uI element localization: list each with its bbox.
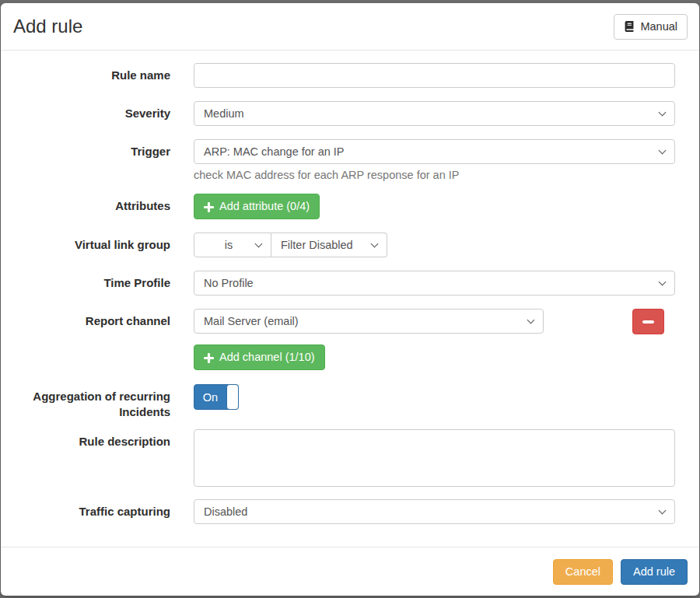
plus-icon <box>204 201 214 212</box>
minus-icon <box>642 320 654 323</box>
add-channel-button-label: Add channel (1/10) <box>219 350 315 365</box>
rule-description-label: Rule description <box>13 429 194 449</box>
page-title: Add rule <box>13 13 82 40</box>
virtual-link-group-label: Virtual link group <box>13 233 194 253</box>
add-attribute-button-label: Add attribute (0/4) <box>219 199 310 214</box>
virtual-link-group-controls: is Filter Disabled <box>194 233 675 257</box>
report-channel-select[interactable]: Mail Server (email) <box>194 309 544 334</box>
trigger-row: Trigger ARP: MAC change for an IP check … <box>13 139 675 183</box>
virtual-link-operator-value: is <box>225 239 233 251</box>
chevron-down-icon <box>659 278 665 285</box>
chevron-down-icon <box>659 507 665 513</box>
report-channel-line: Mail Server (email) <box>194 309 675 334</box>
attributes-row: Attributes Add attribute (0/4) <box>13 194 675 219</box>
traffic-capturing-label: Traffic capturing <box>13 499 194 519</box>
book-icon <box>624 21 635 32</box>
rule-name-label: Rule name <box>13 63 194 83</box>
chevron-down-icon <box>527 316 534 323</box>
time-profile-select[interactable]: No Profile <box>194 271 675 296</box>
virtual-link-operator-select[interactable]: is <box>194 233 271 257</box>
add-attribute-button[interactable]: Add attribute (0/4) <box>194 194 320 219</box>
toggle-knob <box>226 384 239 410</box>
traffic-capturing-selected-value: Disabled <box>204 505 247 518</box>
trigger-help-text: check MAC address for each ARP response … <box>194 168 675 183</box>
aggregation-label: Aggregation of recurring Incidents <box>13 384 194 420</box>
rule-name-input[interactable] <box>194 63 675 88</box>
severity-row: Severity Medium <box>13 101 675 126</box>
aggregation-toggle-state: On <box>194 385 226 409</box>
chevron-down-icon <box>255 240 261 247</box>
attributes-label: Attributes <box>13 194 194 214</box>
aggregation-row: Aggregation of recurring Incidents On <box>13 384 675 420</box>
trigger-selected-value: ARP: MAC change for an IP <box>204 145 345 158</box>
manual-button[interactable]: Manual <box>614 14 688 40</box>
add-rule-dialog: Add rule Manual Rule name Severity <box>1 3 699 596</box>
manual-button-label: Manual <box>640 19 677 34</box>
add-rule-button[interactable]: Add rule <box>621 559 688 585</box>
severity-label: Severity <box>13 101 194 121</box>
trigger-select[interactable]: ARP: MAC change for an IP <box>194 139 675 164</box>
time-profile-selected-value: No Profile <box>204 277 254 289</box>
traffic-capturing-row: Traffic capturing Disabled <box>13 499 675 524</box>
rule-description-textarea[interactable] <box>194 429 675 487</box>
time-profile-label: Time Profile <box>13 271 194 291</box>
dialog-header: Add rule Manual <box>1 3 699 51</box>
rule-name-row: Rule name <box>13 63 675 88</box>
chevron-down-icon <box>371 240 377 247</box>
time-profile-row: Time Profile No Profile <box>13 271 675 296</box>
plus-icon <box>204 352 214 362</box>
aggregation-toggle[interactable]: On <box>194 384 239 410</box>
report-channel-row: Report channel Mail Server (email) <box>13 309 675 370</box>
add-channel-button[interactable]: Add channel (1/10) <box>194 344 325 370</box>
chevron-down-icon <box>659 147 665 153</box>
trigger-label: Trigger <box>13 139 194 159</box>
remove-channel-button[interactable] <box>632 309 664 334</box>
virtual-link-filter-select[interactable]: Filter Disabled <box>271 233 387 257</box>
virtual-link-group-row: Virtual link group is Filter Disabled <box>13 233 675 257</box>
cancel-button[interactable]: Cancel <box>553 559 613 585</box>
rule-description-row: Rule description <box>13 429 675 487</box>
severity-selected-value: Medium <box>204 107 244 120</box>
dialog-body: Rule name Severity Medium Trigger ARP: M… <box>1 51 699 547</box>
chevron-down-icon <box>659 109 665 115</box>
dialog-footer: Cancel Add rule <box>1 547 699 596</box>
report-channel-selected-value: Mail Server (email) <box>204 315 299 327</box>
traffic-capturing-select[interactable]: Disabled <box>194 499 675 524</box>
report-channel-label: Report channel <box>13 309 194 329</box>
virtual-link-filter-value: Filter Disabled <box>281 239 353 251</box>
severity-select[interactable]: Medium <box>194 101 675 126</box>
